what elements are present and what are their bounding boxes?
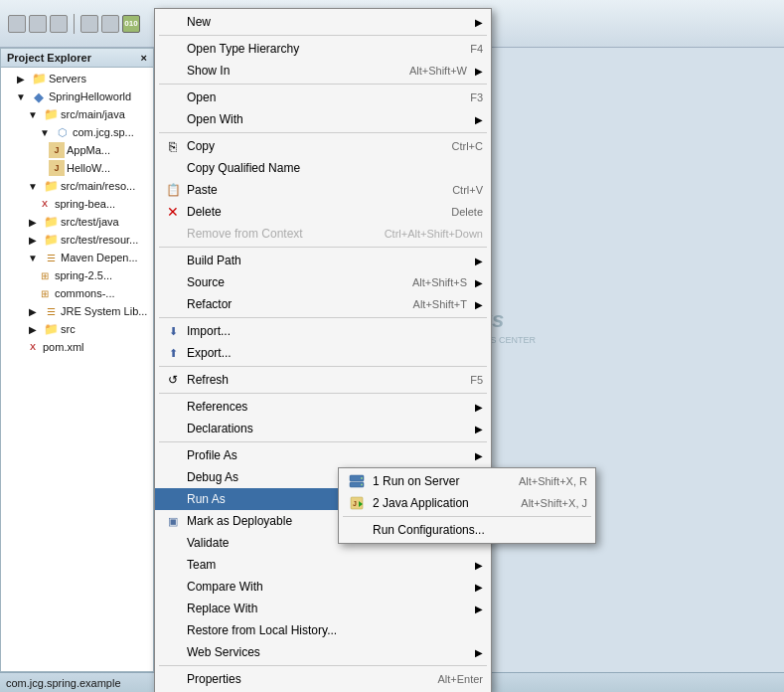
shortcut: Ctrl+Alt+Shift+Down — [385, 228, 483, 240]
toolbar-btn-3[interactable] — [50, 15, 68, 33]
menu-label: Declarations — [187, 422, 467, 435]
menu-item-open-with[interactable]: Open With ▶ — [155, 108, 491, 130]
expand-icon: ▶ — [25, 232, 41, 248]
tree-item-src-main-reso[interactable]: ▼ 📁 src/main/reso... — [1, 177, 153, 195]
toolbar-separator — [74, 14, 75, 34]
menu-item-copy[interactable]: ⎘ Copy Ctrl+C — [155, 135, 491, 157]
arrow-icon: ▶ — [475, 277, 483, 288]
tree-label: src/main/java — [61, 108, 125, 120]
tree-item-jre-lib[interactable]: ▶ ☰ JRE System Lib... — [1, 302, 153, 320]
shortcut: F4 — [470, 43, 483, 55]
menu-label: Build Path — [187, 254, 467, 267]
arrow-icon: ▶ — [475, 299, 483, 310]
tree-item-package[interactable]: ▼ ⬡ com.jcg.sp... — [1, 123, 153, 141]
tree-label: src/test/resour... — [61, 234, 138, 246]
web-services-icon — [163, 644, 183, 660]
tree-item-spring-bea[interactable]: X spring-bea... — [1, 195, 153, 213]
tree-item-appma[interactable]: J AppMa... — [1, 141, 153, 159]
submenu-item-run-configurations[interactable]: Run Configurations... — [339, 519, 595, 541]
panel-close-icon[interactable]: × — [141, 52, 147, 64]
menu-item-team[interactable]: Team ▶ — [155, 554, 491, 576]
toolbar-btn-1[interactable] — [8, 15, 26, 33]
tree-item-servers[interactable]: ▶ 📁 Servers — [1, 70, 153, 87]
menu-item-profile-as[interactable]: Profile As ▶ — [155, 444, 491, 466]
menu-separator-8 — [159, 441, 487, 442]
shortcut: Alt+Shift+X, J — [521, 497, 587, 509]
menu-separator-1 — [159, 35, 487, 36]
submenu-separator — [343, 516, 591, 517]
menu-item-export[interactable]: ⬆ Export... — [155, 342, 491, 364]
export-icon: ⬆ — [163, 345, 183, 361]
expand-icon: ▼ — [25, 178, 41, 194]
arrow-icon: ▶ — [475, 66, 483, 77]
tree-item-src-main-java[interactable]: ▼ 📁 src/main/java — [1, 105, 153, 123]
menu-label: Refresh — [187, 373, 454, 387]
arrow-icon: ▶ — [475, 560, 483, 571]
toolbar-btn-5[interactable] — [101, 15, 119, 33]
toolbar-btn-2[interactable] — [29, 15, 47, 33]
shortcut: Ctrl+C — [452, 140, 483, 152]
tree-item-src[interactable]: ▶ 📁 src — [1, 320, 153, 338]
menu-item-source[interactable]: Source Alt+Shift+S ▶ — [155, 271, 491, 293]
menu-item-replace-with[interactable]: Replace With ▶ — [155, 598, 491, 619]
refresh-icon: ↺ — [163, 372, 183, 388]
svg-point-2 — [361, 477, 363, 479]
menu-item-build-path[interactable]: Build Path ▶ — [155, 250, 491, 271]
svg-point-3 — [361, 484, 363, 486]
submenu-item-run-on-server[interactable]: 1 Run on Server Alt+Shift+X, R — [339, 470, 595, 492]
tree-item-commons[interactable]: ⊞ commons-... — [1, 284, 153, 302]
menu-item-open-type-hierarchy[interactable]: Open Type Hierarchy F4 — [155, 38, 491, 60]
arrow-icon: ▶ — [475, 647, 483, 658]
menu-label: Source — [187, 275, 396, 289]
menu-label: Paste — [187, 183, 436, 197]
tree-item-spring-25[interactable]: ⊞ spring-2.5... — [1, 266, 153, 284]
menu-item-copy-qualified-name[interactable]: Copy Qualified Name — [155, 157, 491, 179]
tree-label: pom.xml — [43, 341, 84, 353]
tree-item-maven-depen[interactable]: ▼ ☰ Maven Depen... — [1, 249, 153, 266]
paste-icon: 📋 — [163, 182, 183, 198]
project-explorer-panel: Project Explorer × ▶ 📁 Servers ▼ ◆ Sprin… — [0, 48, 154, 672]
tree-item-hellow[interactable]: J HelloW... — [1, 159, 153, 177]
open-with-icon — [163, 111, 183, 127]
menu-item-restore-from-local[interactable]: Restore from Local History... — [155, 619, 491, 641]
menu-item-new[interactable]: New ▶ — [155, 11, 491, 33]
menu-label: Web Services — [187, 645, 467, 659]
toolbar-btn-4[interactable] — [80, 15, 98, 33]
menu-item-paste[interactable]: 📋 Paste Ctrl+V — [155, 179, 491, 201]
remove-context-icon — [163, 226, 183, 242]
menu-item-show-in[interactable]: Show In Alt+Shift+W ▶ — [155, 60, 491, 82]
menu-item-compare-with[interactable]: Compare With ▶ — [155, 576, 491, 598]
menu-label: References — [187, 400, 467, 414]
tree-label: src/test/java — [61, 216, 119, 228]
submenu-item-java-application[interactable]: J 2 Java Application Alt+Shift+X, J — [339, 492, 595, 514]
menu-item-properties[interactable]: Properties Alt+Enter — [155, 668, 491, 690]
server-icon — [347, 473, 367, 489]
menu-item-web-services[interactable]: Web Services ▶ — [155, 641, 491, 663]
menu-separator-9 — [159, 665, 487, 666]
menu-item-refresh[interactable]: ↺ Refresh F5 — [155, 369, 491, 391]
folder-icon: 📁 — [43, 106, 59, 122]
menu-item-import[interactable]: ⬇ Import... — [155, 320, 491, 342]
tree-item-pom[interactable]: X pom.xml — [1, 338, 153, 356]
arrow-icon: ▶ — [475, 256, 483, 266]
tree-item-springhelloworld[interactable]: ▼ ◆ SpringHelloworld — [1, 87, 153, 105]
menu-item-declarations[interactable]: Declarations ▶ — [155, 418, 491, 439]
menu-item-delete[interactable]: ✕ Delete Delete — [155, 201, 491, 223]
profile-icon — [163, 447, 183, 463]
tree-item-src-test-resour[interactable]: ▶ 📁 src/test/resour... — [1, 231, 153, 249]
shortcut: Alt+Shift+S — [412, 276, 467, 288]
jar-icon: ☰ — [43, 303, 59, 319]
menu-label: Refactor — [187, 297, 397, 311]
menu-label-new: New — [187, 15, 467, 29]
toolbar-btn-6[interactable]: 010 — [122, 15, 140, 33]
toolbar-icons: 010 — [8, 14, 140, 34]
copy-icon: ⎘ — [163, 138, 183, 154]
menu-item-open[interactable]: Open F3 — [155, 86, 491, 108]
folder-icon: 📁 — [31, 71, 47, 86]
java-icon: J — [49, 160, 65, 176]
menu-item-references[interactable]: References ▶ — [155, 396, 491, 418]
menu-item-refactor[interactable]: Refactor Alt+Shift+T ▶ — [155, 293, 491, 315]
project-icon: ◆ — [31, 88, 47, 104]
arrow-icon: ▶ — [475, 582, 483, 593]
tree-item-src-test-java[interactable]: ▶ 📁 src/test/java — [1, 213, 153, 231]
